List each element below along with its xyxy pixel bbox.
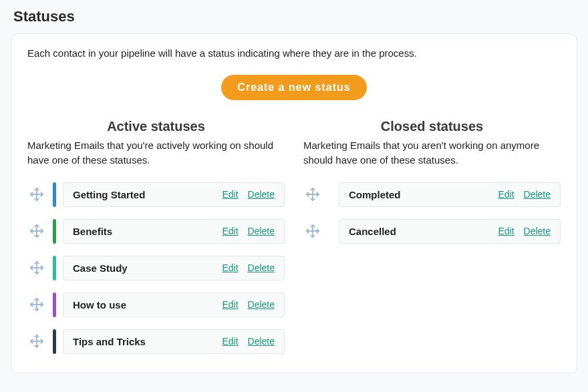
status-row: CancelledEditDelete xyxy=(303,219,561,244)
move-icon[interactable] xyxy=(303,182,322,207)
status-columns: Active statuses Marketing Emails that yo… xyxy=(27,119,561,354)
edit-status-button[interactable]: Edit xyxy=(498,189,514,200)
status-box: How to useEditDelete xyxy=(63,292,285,317)
delete-status-button[interactable]: Delete xyxy=(248,262,275,273)
status-box: CancelledEditDelete xyxy=(339,219,561,244)
closed-column-description: Marketing Emails that you aren't working… xyxy=(303,138,561,168)
closed-column-title: Closed statuses xyxy=(303,119,561,134)
status-row: How to useEditDelete xyxy=(27,292,285,317)
move-icon[interactable] xyxy=(27,292,46,317)
status-box: CompletedEditDelete xyxy=(339,182,561,207)
status-name: Cancelled xyxy=(349,226,488,237)
status-color-strip xyxy=(53,182,56,207)
status-box: Getting StartedEditDelete xyxy=(63,182,285,207)
status-color-strip xyxy=(53,219,56,244)
status-row: Getting StartedEditDelete xyxy=(27,182,285,207)
active-status-list: Getting StartedEditDeleteBenefitsEditDel… xyxy=(27,182,285,354)
status-color-strip xyxy=(53,292,56,317)
status-color-strip xyxy=(53,329,56,354)
delete-status-button[interactable]: Delete xyxy=(248,299,275,310)
move-icon[interactable] xyxy=(303,219,322,244)
active-column: Active statuses Marketing Emails that yo… xyxy=(27,119,285,354)
delete-status-button[interactable]: Delete xyxy=(524,226,551,236)
closed-column: Closed statuses Marketing Emails that yo… xyxy=(303,119,561,354)
edit-status-button[interactable]: Edit xyxy=(222,189,238,200)
edit-status-button[interactable]: Edit xyxy=(222,226,238,236)
move-icon[interactable] xyxy=(27,329,46,354)
status-row: Tips and TricksEditDelete xyxy=(27,329,285,354)
status-row: BenefitsEditDelete xyxy=(27,219,285,244)
move-icon[interactable] xyxy=(27,256,46,280)
intro-text: Each contact in your pipeline will have … xyxy=(27,47,561,59)
delete-status-button[interactable]: Delete xyxy=(248,336,275,347)
status-name: Getting Started xyxy=(73,189,212,200)
move-icon[interactable] xyxy=(27,182,46,207)
delete-status-button[interactable]: Delete xyxy=(248,226,275,236)
status-name: Case Study xyxy=(73,262,212,274)
statuses-card: Each contact in your pipeline will have … xyxy=(11,33,577,373)
status-name: Completed xyxy=(349,189,488,200)
status-box: Tips and TricksEditDelete xyxy=(63,329,285,354)
status-name: Benefits xyxy=(73,226,212,237)
page-title: Statuses xyxy=(13,8,577,25)
active-column-title: Active statuses xyxy=(27,119,285,134)
status-box: BenefitsEditDelete xyxy=(63,219,285,244)
delete-status-button[interactable]: Delete xyxy=(248,189,275,200)
delete-status-button[interactable]: Delete xyxy=(524,189,551,200)
edit-status-button[interactable]: Edit xyxy=(222,262,238,273)
edit-status-button[interactable]: Edit xyxy=(222,299,238,310)
status-box: Case StudyEditDelete xyxy=(63,256,285,280)
active-column-description: Marketing Emails that you're actively wo… xyxy=(27,138,285,168)
edit-status-button[interactable]: Edit xyxy=(498,226,514,236)
create-new-status-button[interactable]: Create a new status xyxy=(221,75,366,100)
status-name: Tips and Tricks xyxy=(73,336,212,347)
move-icon[interactable] xyxy=(27,219,46,244)
closed-status-list: CompletedEditDeleteCancelledEditDelete xyxy=(303,182,561,244)
edit-status-button[interactable]: Edit xyxy=(222,336,238,347)
status-row: Case StudyEditDelete xyxy=(27,256,285,280)
status-name: How to use xyxy=(73,299,212,311)
status-row: CompletedEditDelete xyxy=(303,182,561,207)
create-button-wrap: Create a new status xyxy=(27,75,561,100)
status-color-strip xyxy=(53,256,56,280)
